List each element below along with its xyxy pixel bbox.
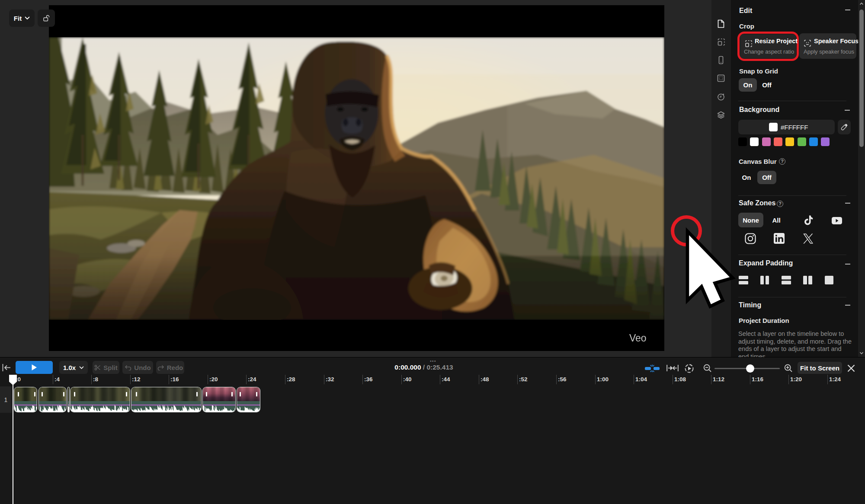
svg-text:Veo: Veo — [629, 332, 647, 344]
